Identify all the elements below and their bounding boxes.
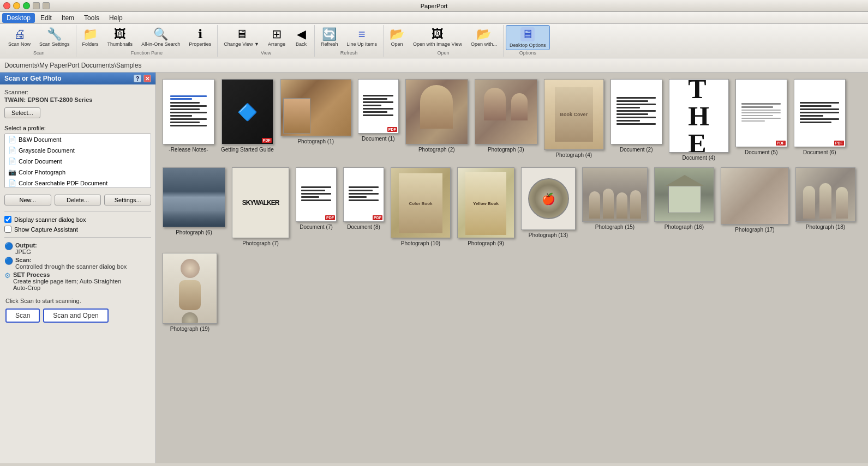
profile-color-photo[interactable]: 📷 Color Photograph	[5, 167, 151, 178]
list-item[interactable]: Photograph (3)	[475, 79, 537, 161]
change-view-button[interactable]: 🖥 Change View ▼	[220, 26, 263, 49]
thumbnail-frame: PDF	[358, 79, 399, 134]
list-item[interactable]: Photograph (16)	[654, 167, 714, 246]
list-item[interactable]: PDF Document (8)	[343, 167, 384, 246]
profile-color-doc[interactable]: 📄 Color Document	[5, 156, 151, 167]
main-layout: Scan or Get Photo ? ✕ Scanner: TWAIN: EP…	[0, 72, 868, 463]
allinone-button[interactable]: 🔍 All-in-One Search	[137, 26, 184, 49]
list-item[interactable]: Photograph (18)	[795, 167, 855, 246]
menu-help[interactable]: Help	[105, 13, 127, 23]
toolbar-group-scan-label: Scan	[33, 50, 45, 57]
list-item[interactable]: Photograph (1)	[280, 79, 351, 161]
photo-baby-content	[721, 168, 788, 224]
photo-house-content	[655, 168, 714, 221]
list-item[interactable]: Photograph (19)	[163, 253, 217, 332]
thumbnail-frame	[721, 167, 789, 225]
open-imageview-button[interactable]: 🖼 Open with Image View	[409, 26, 466, 49]
scan-panel-body: Scanner: TWAIN: EPSON ET-2800 Series Sel…	[0, 84, 155, 463]
scan-item: 🔵 Scan: Controlled through the scanner d…	[4, 257, 151, 270]
display-dialog-label: Display scanner dialog box	[14, 216, 86, 223]
panel-divider-1	[4, 211, 151, 211]
list-item[interactable]: Color Book Photograph (10)	[391, 167, 451, 246]
desktop-options-label: Desktop Options	[510, 43, 546, 48]
lineup-button[interactable]: ≡ Line Up Items	[343, 26, 381, 49]
show-capture-label: Show Capture Assistant	[14, 226, 78, 233]
open-button[interactable]: 📂 Open	[386, 26, 408, 49]
list-item[interactable]: Photograph (2)	[405, 79, 468, 161]
scan-now-button[interactable]: 🖨 Scan Now	[4, 26, 34, 49]
photo-group-content	[583, 168, 647, 221]
list-item[interactable]: PDF Document (7)	[296, 167, 337, 246]
menu-edit[interactable]: Edit	[36, 13, 56, 23]
profile-color-doc-icon: 📄	[8, 158, 16, 165]
settings-button[interactable]: Settings...	[104, 195, 151, 205]
list-item[interactable]: Photograph (6)	[163, 167, 225, 246]
list-item[interactable]: Photograph (17)	[721, 167, 789, 246]
thumbnails-button[interactable]: 🖼 Thumbnails	[104, 26, 137, 49]
list-item[interactable]: Book Cover Photograph (4)	[544, 79, 604, 161]
doc-content	[738, 100, 784, 126]
output-label: Output:	[15, 242, 37, 249]
list-item[interactable]: Photograph (15)	[582, 167, 648, 246]
maximize-button[interactable]	[23, 2, 30, 9]
select-scanner-button[interactable]: Select...	[4, 107, 40, 118]
new-profile-button[interactable]: New...	[4, 195, 51, 205]
delete-profile-button[interactable]: Delete...	[55, 195, 101, 205]
toolbar-group-view: 🖥 Change View ▼ ⊞ Arrange ◀ Back View	[218, 25, 315, 57]
list-item[interactable]: PDF Document (5)	[735, 79, 787, 161]
properties-button[interactable]: ℹ Properties	[185, 26, 215, 49]
thumbnail-label: Photograph (15)	[595, 224, 634, 230]
extra-button[interactable]	[33, 2, 40, 9]
open-with-button[interactable]: 📂 Open with...	[467, 26, 501, 49]
extra-button2[interactable]	[43, 2, 50, 9]
arrange-label: Arrange	[268, 41, 285, 47]
list-item[interactable]: Document (2)	[610, 79, 662, 161]
list-item[interactable]: Yellow Book Photograph (9)	[457, 167, 514, 246]
desktop-options-button[interactable]: 🖥 Desktop Options	[506, 25, 550, 50]
doc-content	[797, 99, 842, 128]
arrange-button[interactable]: ⊞ Arrange	[264, 26, 289, 49]
menu-item[interactable]: Item	[57, 13, 79, 23]
profile-grayscale[interactable]: 📄 Grayscale Document	[5, 145, 151, 156]
open-icon: 📂	[390, 28, 404, 40]
profile-grayscale-label: Grayscale Document	[19, 147, 75, 154]
panel-divider-2	[4, 237, 151, 238]
output-section: 🔵 Output: JPEG 🔵 Scan: Controlled throug…	[4, 242, 151, 291]
profile-bw-doc[interactable]: 📄 B&W Document	[5, 134, 151, 145]
scan-panel-help-button[interactable]: ?	[134, 75, 141, 82]
window-controls[interactable]	[3, 2, 50, 9]
thumbnail-frame	[582, 167, 648, 222]
profile-color-pdf[interactable]: 📄 Color Searchable PDF Document	[5, 178, 151, 188]
thumbnail-frame: PDF	[735, 79, 787, 147]
menu-tools[interactable]: Tools	[80, 13, 104, 23]
click-scan-msg: Click Scan to start scanning.	[4, 298, 151, 304]
list-item[interactable]: THE Document (4)	[669, 79, 729, 161]
list-item[interactable]: -Release Notes-	[163, 79, 214, 161]
scan-panel-title: Scan or Get Photo ? ✕	[0, 72, 155, 84]
refresh-button[interactable]: 🔄 Refresh	[317, 26, 342, 49]
thumbnail-frame	[163, 79, 214, 144]
display-dialog-checkbox[interactable]	[4, 216, 11, 223]
thumbnail-label: Document (5)	[745, 149, 778, 155]
scan-settings-button[interactable]: 🔧 Scan Settings	[35, 26, 74, 49]
thumbnail-frame	[163, 253, 217, 324]
folders-button[interactable]: 📁 Folders	[79, 26, 103, 49]
scan-open-button[interactable]: Scan and Open	[43, 308, 108, 323]
thumbnails-label: Thumbnails	[107, 41, 133, 47]
scan-button[interactable]: Scan	[5, 308, 40, 323]
open-imageview-icon: 🖼	[432, 28, 444, 40]
show-capture-checkbox[interactable]	[4, 226, 11, 233]
close-button[interactable]	[3, 2, 10, 9]
refresh-icon: 🔄	[322, 28, 337, 40]
thumbnail-frame	[795, 167, 855, 222]
minimize-button[interactable]	[13, 2, 20, 9]
thumbnail-label: Document (4)	[682, 155, 715, 161]
list-item[interactable]: SKYWALKER Photograph (7)	[232, 167, 289, 246]
list-item[interactable]: PDF Document (1)	[358, 79, 399, 161]
list-item[interactable]: PDF Document (6)	[794, 79, 846, 161]
back-button[interactable]: ◀ Back	[290, 26, 312, 49]
scan-panel-close-button[interactable]: ✕	[143, 75, 151, 82]
list-item[interactable]: 🔷 PDF Getting Started Guide	[221, 79, 274, 161]
menu-desktop[interactable]: Desktop	[2, 13, 35, 23]
list-item[interactable]: 🍎 Photograph (13)	[521, 167, 576, 246]
